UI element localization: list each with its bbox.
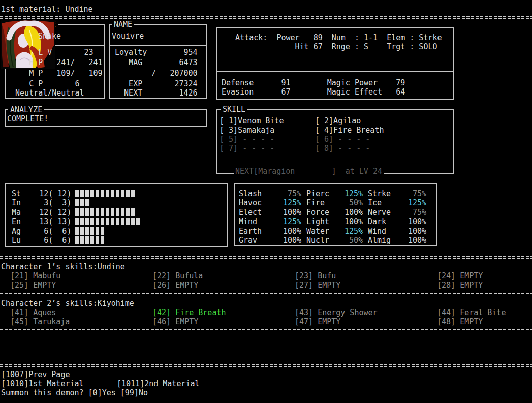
stat-row: C P 6 bbox=[6, 80, 80, 88]
stat-value: In 3( 3) bbox=[7, 199, 71, 207]
char2-skills-header: Character 2’s skills:Kiyohime bbox=[1, 299, 134, 307]
char-skill-slot-44[interactable]: [44] Feral Bite bbox=[437, 308, 532, 318]
stat-value: Lu 6( 6) bbox=[7, 236, 71, 244]
char-skill-slot-47[interactable]: [47] EMPTY bbox=[295, 318, 437, 327]
second-material-command[interactable]: [1011]2nd Material bbox=[117, 380, 200, 388]
divider-dash bbox=[0, 293, 532, 294]
resist-nuclr: Nuclr50% bbox=[306, 236, 363, 245]
skill-slot-list: [ 1]Venom Bite[ 2]Agilao[ 3]Samakaja[ 4]… bbox=[220, 117, 384, 153]
stat-row: H P 241/ 241 bbox=[6, 58, 103, 67]
resist-name: Light bbox=[306, 218, 329, 227]
char-skill-slot-24[interactable]: [24] EMPTY bbox=[437, 272, 532, 281]
attack-row-1: Attack: Power 89 Num : 1-1 Elem : Strke bbox=[217, 34, 442, 42]
skill-label: SKILL bbox=[221, 105, 247, 113]
char-skill-slot-25[interactable]: [25] EMPTY bbox=[10, 281, 152, 290]
prev-page-key: [1007] bbox=[1, 370, 28, 379]
resist-water: Water125% bbox=[306, 227, 363, 236]
char-skill-slot-48[interactable]: [48] EMPTY bbox=[437, 318, 532, 327]
second-material-label: 2nd Material bbox=[144, 379, 199, 388]
char1-skill-grid: [21] Mabufu[22] Bufula[23] Bufu[24] EMPT… bbox=[10, 272, 532, 290]
resist-fire: Fire50% bbox=[306, 199, 363, 208]
char1-skills-header: Character 1’s skills:Undine bbox=[1, 263, 125, 271]
char-skill-slot-27[interactable]: [27] EMPTY bbox=[295, 281, 437, 290]
resist-value: 100% bbox=[345, 208, 363, 218]
char2-skill-grid: [41] Aques[42] Fire Breath[43] Energy Sh… bbox=[10, 308, 532, 327]
resist-value: 125% bbox=[345, 227, 363, 236]
first-material-command[interactable]: [1010]1st Material bbox=[1, 380, 84, 388]
attack-row-2: Hit 67 Rnge : S Trgt : SOLO bbox=[217, 43, 437, 51]
resist-name: Dark bbox=[368, 218, 386, 227]
skill-slot-3: [ 3]Samakaja bbox=[220, 126, 315, 135]
resist-strke: Strke75% bbox=[368, 190, 426, 199]
analyze-status: COMPLETE! bbox=[7, 115, 48, 123]
resist-value: 50% bbox=[349, 236, 363, 245]
resist-value: 125% bbox=[283, 199, 301, 208]
stat-row: NEXT 1426 bbox=[110, 89, 198, 97]
skill-slot-5: [ 5] - - - - bbox=[220, 135, 315, 144]
stat-row: M P 109/ 109 bbox=[6, 69, 103, 77]
resist-name: Almig bbox=[368, 236, 391, 245]
resist-ice: Ice125% bbox=[368, 199, 426, 208]
resist-box: Slash75%Pierc125%Strke75%Havoc125%Fire50… bbox=[234, 183, 437, 246]
demon-name: Vouivre bbox=[112, 32, 144, 40]
race-value: Snake bbox=[38, 32, 61, 40]
next-skill-line: NEXT[Maragion ] at LV 24 bbox=[234, 167, 384, 175]
resist-name: Ice bbox=[368, 199, 382, 208]
stat-bar-row: Ma 12( 12) bbox=[7, 208, 226, 218]
resist-value: 100% bbox=[408, 218, 426, 227]
defense-box: Defense 91 Magic Power 79 Evasion 67 Mag… bbox=[216, 71, 454, 100]
stat-bar-row: In 3( 3) bbox=[7, 199, 226, 208]
char-skill-slot-21[interactable]: [21] Mabufu bbox=[10, 272, 152, 281]
resist-wind: Wind100% bbox=[368, 227, 426, 236]
stat-bar-graph bbox=[75, 199, 90, 206]
prev-page-command[interactable]: [1007]Prev Page bbox=[1, 370, 70, 379]
char-skill-slot-43[interactable]: [43] Energy Shower bbox=[295, 308, 437, 318]
analyze-box: ANALYZE COMPLETE! bbox=[5, 109, 207, 127]
stat-value: En 13( 13) bbox=[7, 218, 71, 226]
stat-row: Loyalty 954 bbox=[110, 48, 198, 56]
summon-prompt: Summon this demon? [0]Yes [99]No bbox=[1, 389, 148, 397]
stat-value: Ma 12( 12) bbox=[7, 208, 71, 216]
summon-yes-button[interactable]: [0]Yes bbox=[88, 388, 116, 397]
resist-name: Elect bbox=[239, 208, 262, 218]
stat-bar-graph bbox=[75, 227, 106, 235]
stat-bar-row: St 12( 12) bbox=[7, 190, 226, 199]
resist-name: Grav bbox=[239, 236, 257, 245]
char-skill-slot-22[interactable]: [22] Bufula bbox=[152, 272, 295, 281]
stat-bar-row: En 13( 13) bbox=[7, 218, 226, 227]
char-skill-slot-23[interactable]: [23] Bufu bbox=[295, 272, 437, 281]
skill-box: SKILL [ 1]Venom Bite[ 2]Agilao[ 3]Samaka… bbox=[216, 109, 454, 174]
char-skill-slot-45[interactable]: [45] Tarukaja bbox=[10, 318, 152, 327]
resist-name: Fire bbox=[306, 199, 325, 208]
char-skill-slot-42[interactable]: [42] Fire Breath bbox=[152, 308, 295, 318]
divider-double bbox=[0, 364, 532, 367]
resist-mind: Mind125% bbox=[239, 218, 301, 227]
stat-bar-graph bbox=[75, 218, 141, 225]
resist-grav: Grav100% bbox=[239, 236, 301, 245]
resist-value: 75% bbox=[413, 190, 426, 199]
stat-row: Neutral/Neutral bbox=[6, 89, 84, 97]
summon-screen: 1st material: Undine RACE Snake L V 23 H… bbox=[0, 0, 532, 403]
stat-row: L V 23 bbox=[6, 48, 93, 56]
resist-slash: Slash75% bbox=[239, 190, 301, 199]
resist-value: 75% bbox=[288, 190, 301, 199]
char-skill-slot-26[interactable]: [26] EMPTY bbox=[152, 281, 295, 290]
stat-bar-graph bbox=[75, 208, 136, 216]
second-material-key: [1011] bbox=[117, 379, 144, 388]
attack-box: Attack: Power 89 Num : 1-1 Elem : Strke … bbox=[216, 27, 454, 72]
resist-name: Wind bbox=[368, 227, 386, 236]
char-skill-slot-46[interactable]: [46] EMPTY bbox=[152, 318, 295, 327]
summon-no-button[interactable]: [99]No bbox=[120, 388, 148, 397]
resist-value: 100% bbox=[408, 236, 426, 245]
resist-name: Nerve bbox=[368, 208, 391, 218]
stat-bar-row: Ag 6( 6) bbox=[7, 227, 226, 236]
char-skill-slot-28[interactable]: [28] EMPTY bbox=[437, 281, 532, 290]
resist-almig: Almig100% bbox=[368, 236, 426, 245]
divider-double bbox=[0, 256, 532, 259]
resist-value: 100% bbox=[283, 208, 301, 218]
stat-value: Ag 6( 6) bbox=[7, 227, 71, 235]
resist-value: 125% bbox=[283, 218, 301, 227]
resist-value: 100% bbox=[283, 236, 301, 245]
char-skill-slot-41[interactable]: [41] Aques bbox=[10, 308, 152, 318]
stat-bar-list: St 12( 12) In 3( 3) Ma 12( 12) En 13( 13… bbox=[7, 190, 226, 245]
